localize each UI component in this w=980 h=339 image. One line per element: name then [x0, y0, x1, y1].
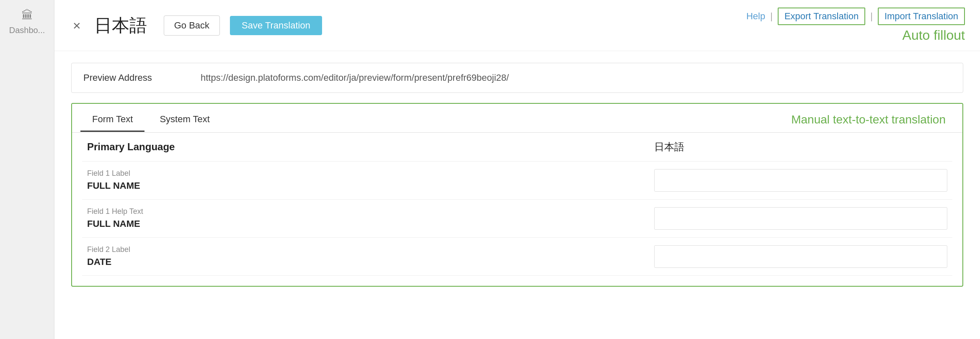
table-row: Field 2 Label DATE — [82, 238, 952, 276]
field-name-3: Field 2 Label — [87, 245, 654, 254]
col-japanese-header: 日本語 — [654, 140, 947, 154]
preview-address-url: https://design.platoforms.com/editor/ja/… — [201, 72, 509, 83]
manual-translation-label: Manual text-to-text translation — [783, 107, 954, 132]
sidebar: 🏛 Dashbo... — [0, 0, 54, 339]
export-translation-link[interactable]: Export Translation — [778, 8, 865, 25]
translation-panel: Form Text System Text Manual text-to-tex… — [71, 103, 963, 287]
table-row: Field 1 Help Text FULL NAME — [82, 200, 952, 238]
save-translation-button[interactable]: Save Translation — [230, 16, 322, 35]
translation-input-3[interactable] — [654, 245, 947, 268]
main-content: × 日本語 Go Back Save Translation Help | Ex… — [54, 0, 980, 339]
help-link[interactable]: Help — [746, 11, 765, 22]
preview-address-box: Preview Address https://design.platoform… — [71, 63, 963, 93]
tabs-header: Form Text System Text Manual text-to-tex… — [72, 104, 962, 133]
import-translation-link[interactable]: Import Translation — [878, 8, 965, 25]
field-name-2: Field 1 Help Text — [87, 207, 654, 216]
field-value-3: DATE — [87, 257, 654, 267]
preview-address-label: Preview Address — [83, 72, 201, 83]
translation-input-1[interactable] — [654, 169, 947, 192]
table-header-row: Primary Language 日本語 — [82, 133, 952, 162]
tab-system-text[interactable]: System Text — [148, 108, 221, 132]
row-right-2 — [654, 207, 947, 230]
header-right: Help | Export Translation | Import Trans… — [746, 8, 965, 43]
go-back-button[interactable]: Go Back — [164, 15, 220, 36]
field-value-2: FULL NAME — [87, 218, 654, 229]
sidebar-label: Dashbo... — [9, 26, 45, 35]
auto-fillout-label: Auto fillout — [903, 28, 965, 43]
translation-table: Primary Language 日本語 Field 1 Label FULL … — [72, 133, 962, 286]
translation-input-2[interactable] — [654, 207, 947, 230]
field-value-1: FULL NAME — [87, 180, 654, 191]
row-left-3: Field 2 Label DATE — [87, 245, 654, 267]
table-row: Field 1 Label FULL NAME — [82, 162, 952, 200]
separator-1: | — [770, 11, 773, 22]
content-area: Preview Address https://design.platoform… — [54, 51, 980, 339]
tab-form-text[interactable]: Form Text — [80, 108, 144, 132]
header-links-row: Help | Export Translation | Import Trans… — [746, 8, 965, 25]
row-left-2: Field 1 Help Text FULL NAME — [87, 207, 654, 229]
close-button[interactable]: × — [70, 17, 84, 34]
field-name-1: Field 1 Label — [87, 169, 654, 178]
row-left-1: Field 1 Label FULL NAME — [87, 169, 654, 191]
separator-2: | — [870, 11, 873, 22]
col-primary-header: Primary Language — [87, 141, 654, 153]
row-right-1 — [654, 169, 947, 192]
sidebar-icon: 🏛 — [21, 8, 33, 22]
page-title: 日本語 — [94, 14, 147, 37]
header: × 日本語 Go Back Save Translation Help | Ex… — [54, 0, 980, 51]
row-right-3 — [654, 245, 947, 268]
